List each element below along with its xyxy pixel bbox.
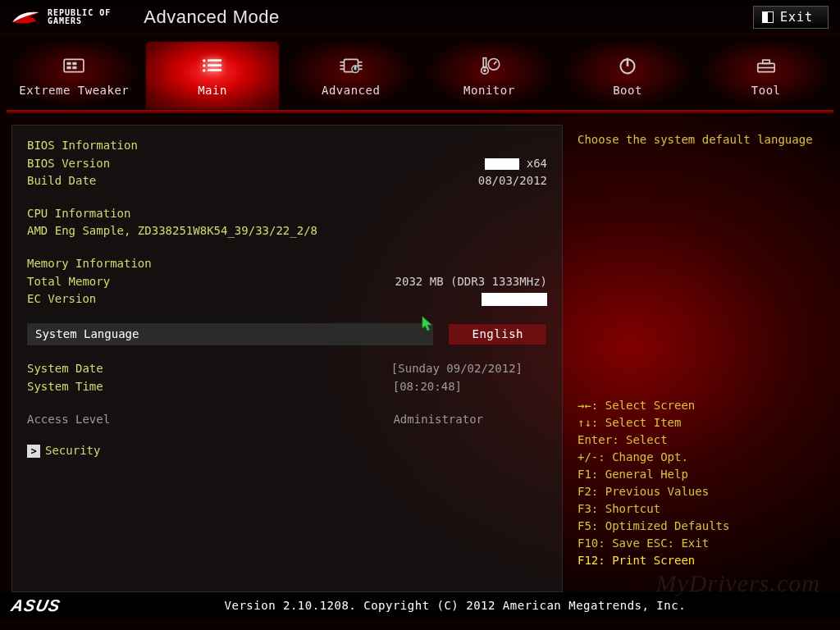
tab-extreme-tweaker[interactable]: Extreme Tweaker <box>7 41 142 110</box>
nav-help-line: F10: Save ESC: Exit <box>578 535 827 552</box>
tab-label: Advanced <box>322 84 380 97</box>
exit-label: Exit <box>780 10 813 25</box>
main-area: BIOS Information BIOS Version x64 Build … <box>0 113 840 592</box>
nav-help-line: →←: Select Screen <box>578 397 827 414</box>
tab-label: Monitor <box>463 84 515 97</box>
svg-rect-6 <box>208 59 221 62</box>
ec-version-value <box>482 291 547 308</box>
svg-rect-1 <box>67 62 71 65</box>
nav-help-line: F1: General Help <box>578 466 827 483</box>
system-date-label[interactable]: System Date <box>27 361 103 377</box>
bios-info-title: BIOS Information <box>27 138 138 154</box>
svg-rect-0 <box>64 59 84 71</box>
system-time-label[interactable]: System Time <box>27 379 103 395</box>
brand-line1: REPUBLIC OF <box>48 9 111 17</box>
redacted-box <box>482 293 547 306</box>
mode-title: Advanced Mode <box>144 7 280 28</box>
svg-point-22 <box>484 69 486 71</box>
svg-rect-28 <box>762 60 769 63</box>
footer-bar: ASUS Version 2.10.1208. Copyright (C) 20… <box>0 592 840 619</box>
system-language-label[interactable]: System Language <box>27 323 433 346</box>
cpu-info-block: CPU Information AMD Eng Sample, ZD338251… <box>27 205 547 240</box>
tab-bar: Extreme Tweaker Main Advanced Monitor Bo… <box>0 34 840 110</box>
system-language-select[interactable]: English <box>448 323 547 346</box>
cpu-info-title: CPU Information <box>27 206 130 222</box>
tab-tool[interactable]: Tool <box>698 41 833 110</box>
power-icon <box>614 54 641 77</box>
help-description: Choose the system default language <box>576 125 829 155</box>
footer-text: Version 2.10.1208. Copyright (C) 2012 Am… <box>225 599 687 612</box>
system-time-value[interactable]: [08:20:48] <box>393 379 462 395</box>
tab-boot[interactable]: Boot <box>560 41 696 110</box>
memory-info-title: Memory Information <box>27 256 152 272</box>
nav-help-line: ↑↓: Select Item <box>578 414 827 431</box>
total-memory-value: 2032 MB (DDR3 1333MHz) <box>395 274 547 290</box>
svg-point-7 <box>203 64 205 66</box>
header-bar: REPUBLIC OF GAMERS Advanced Mode Exit <box>0 0 840 34</box>
svg-rect-10 <box>208 69 221 71</box>
tab-label: Tool <box>751 84 781 97</box>
svg-line-24 <box>494 62 496 64</box>
nav-help-line: Enter: Select <box>578 431 827 449</box>
nav-help-line: F5: Optimized Defaults <box>578 518 827 535</box>
tab-advanced[interactable]: Advanced <box>283 41 418 110</box>
redacted-box <box>485 158 519 170</box>
toolbox-icon <box>752 54 780 77</box>
nav-help: →←: Select Screen ↑↓: Select Item Enter:… <box>576 392 829 584</box>
tweaker-icon <box>60 54 88 77</box>
list-icon <box>199 54 226 77</box>
svg-rect-3 <box>67 66 71 69</box>
bios-info-block: BIOS Information BIOS Version x64 Build … <box>27 137 547 190</box>
nav-help-line: F2: Previous Values <box>578 483 827 500</box>
access-level-value: Administrator <box>393 412 483 428</box>
total-memory-label: Total Memory <box>27 274 110 290</box>
security-label: Security <box>45 443 100 459</box>
thermometer-icon <box>475 54 503 77</box>
svg-point-9 <box>203 69 205 71</box>
tab-label: Main <box>198 84 227 97</box>
memory-info-block: Memory Information Total Memory 2032 MB … <box>27 255 547 308</box>
rog-eye-icon <box>11 8 41 26</box>
system-date-value[interactable]: [Sunday 09/02/2012] <box>391 361 523 377</box>
svg-rect-4 <box>73 66 77 69</box>
tab-monitor[interactable]: Monitor <box>422 41 557 110</box>
bios-version-value: x64 <box>485 156 547 172</box>
exit-button[interactable]: Exit <box>753 6 829 29</box>
nav-help-line: +/-: Change Opt. <box>578 449 827 466</box>
tab-label: Boot <box>613 84 642 97</box>
tab-main[interactable]: Main <box>145 41 281 110</box>
nav-help-highlight: F12: Print Screen <box>578 552 827 569</box>
cpu-info-value: AMD Eng Sample, ZD338251W8K54_39/33/22_2… <box>27 223 317 240</box>
content-panel: BIOS Information BIOS Version x64 Build … <box>11 125 563 592</box>
svg-rect-19 <box>354 66 356 70</box>
ec-version-label: EC Version <box>27 291 96 308</box>
chevron-right-icon: > <box>27 445 40 458</box>
access-level-label: Access Level <box>27 412 110 428</box>
rog-logo: REPUBLIC OF GAMERS <box>11 8 111 26</box>
svg-rect-21 <box>484 58 486 68</box>
brand-line2: GAMERS <box>48 17 111 25</box>
tab-label: Extreme Tweaker <box>19 84 129 97</box>
system-language-row: System Language English <box>27 323 547 346</box>
svg-rect-8 <box>208 64 221 66</box>
security-submenu[interactable]: > Security <box>27 443 547 459</box>
chip-icon <box>337 54 365 77</box>
svg-rect-2 <box>73 62 77 65</box>
nav-help-line: F3: Shortcut <box>578 500 827 518</box>
side-panel: Choose the system default language →←: S… <box>576 125 829 592</box>
build-date-value: 08/03/2012 <box>478 173 547 189</box>
svg-point-5 <box>203 59 205 62</box>
asus-logo: ASUS <box>10 596 62 615</box>
exit-icon <box>762 11 774 23</box>
bios-version-label: BIOS Version <box>27 156 110 172</box>
build-date-label: Build Date <box>27 173 96 189</box>
